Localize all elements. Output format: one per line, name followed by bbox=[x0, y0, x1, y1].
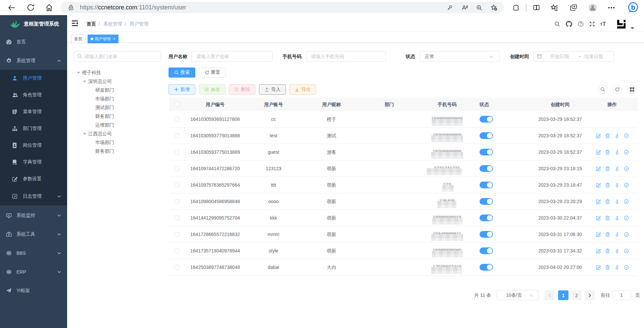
svg-text:b: b bbox=[631, 4, 635, 11]
